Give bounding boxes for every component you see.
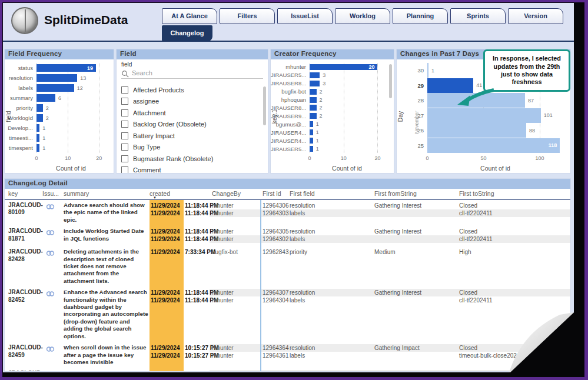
- table-row-group[interactable]: JRACLOUD-82428Deleting attachments in th…: [5, 246, 570, 287]
- table-row-group[interactable]: JRACLOUD-82459When scroll down in the is…: [5, 342, 570, 368]
- data-bar[interactable]: [310, 64, 377, 70]
- column-header-first-field[interactable]: First field: [290, 190, 315, 197]
- checkbox-icon[interactable]: [121, 132, 128, 139]
- creator-frequency-panel: Creator Frequency mhunter20JIRAUSER5...3…: [270, 49, 394, 174]
- issue-link-icon[interactable]: [46, 344, 55, 355]
- column-header-changeby[interactable]: ChangeBy: [212, 190, 241, 197]
- table-row-group[interactable]: JRACLOUD-82485Quick search results retur…: [5, 368, 570, 371]
- search-input[interactable]: Search: [121, 68, 263, 79]
- field-list-item[interactable]: Bug Type: [117, 142, 262, 154]
- value-label: 1: [42, 145, 45, 151]
- data-bar[interactable]: [310, 89, 317, 95]
- issue-link-icon[interactable]: [46, 228, 55, 238]
- checkbox-icon[interactable]: [121, 144, 128, 151]
- table-row-group[interactable]: JRACLOUD-82452Enhance the Advanced searc…: [5, 287, 570, 342]
- bar-row: priority2: [5, 103, 105, 113]
- field-list-item[interactable]: Backlog Order (Obsolete): [117, 119, 262, 131]
- data-bar[interactable]: [36, 124, 39, 132]
- change-row: 11/29/202410:15:27 PMmhunter12964364reso…: [150, 344, 570, 352]
- value-label: 1: [316, 121, 319, 127]
- issue-link-icon[interactable]: [46, 289, 55, 299]
- tab-version[interactable]: Version: [508, 8, 563, 24]
- checkbox-icon[interactable]: [121, 166, 128, 173]
- created-date-cell: 11/29/2024: [151, 296, 180, 304]
- sort-descending-icon[interactable]: ▼: [153, 196, 157, 199]
- value-label: 118: [549, 142, 557, 148]
- tab-filters[interactable]: Filters: [220, 8, 275, 24]
- data-bar[interactable]: [36, 74, 77, 82]
- y-axis-group-label: November: [414, 111, 420, 134]
- column-header-summary[interactable]: summary: [64, 190, 89, 197]
- issue-link-icon[interactable]: [46, 202, 55, 212]
- data-bar[interactable]: [36, 94, 55, 102]
- checkbox-icon[interactable]: [121, 98, 128, 105]
- tab-changelog[interactable]: Changelog: [162, 25, 212, 41]
- value-label: 2: [320, 113, 323, 119]
- field-list-item[interactable]: Comment: [117, 165, 262, 174]
- data-bar[interactable]: [310, 146, 313, 152]
- checkbox-icon[interactable]: [121, 155, 128, 162]
- data-bar[interactable]: [310, 72, 320, 78]
- value-label: 13: [80, 75, 86, 81]
- checkbox-icon[interactable]: [121, 109, 128, 116]
- data-bar[interactable]: [310, 105, 317, 111]
- field-list-item[interactable]: Bugmaster Rank (Obsolete): [117, 153, 262, 165]
- category-label: 29: [397, 82, 427, 89]
- data-bar[interactable]: [36, 84, 74, 92]
- x-tick-label: 100: [535, 155, 544, 161]
- tab-planning[interactable]: Planning: [393, 8, 448, 24]
- x-axis-ticks: 01020: [36, 155, 105, 162]
- checkbox-icon[interactable]: [121, 121, 128, 128]
- first-id-cell: 12964305: [263, 228, 289, 235]
- data-bar[interactable]: [310, 129, 313, 135]
- first-fromstring-cell: Gathering Impact: [374, 344, 420, 352]
- data-bar[interactable]: [310, 138, 313, 144]
- column-header-first-id[interactable]: First id: [263, 190, 281, 197]
- chart-scrollbar[interactable]: [389, 64, 392, 98]
- checkbox-icon[interactable]: [121, 86, 128, 94]
- data-bar[interactable]: [310, 113, 317, 119]
- issue-link-icon[interactable]: [46, 370, 55, 371]
- column-header-key[interactable]: key: [8, 190, 18, 197]
- slicer-scrollbar[interactable]: [263, 86, 266, 125]
- x-tick-label: 0: [35, 155, 38, 161]
- row-stripe: [261, 209, 570, 217]
- data-bar[interactable]: [36, 134, 39, 142]
- issue-summary-cell: Advance search should show the epic name…: [64, 202, 150, 224]
- first-id-cell: 12964306: [263, 202, 289, 209]
- bar-track: 2: [310, 105, 384, 111]
- category-label: timeesti...: [5, 135, 36, 141]
- data-bar[interactable]: [36, 104, 43, 112]
- field-list-item[interactable]: Battery Impact: [117, 130, 262, 142]
- issue-key-cell: JRACLOUD-80109: [8, 202, 44, 216]
- field-list-item[interactable]: Attachment: [117, 107, 262, 119]
- data-bar[interactable]: [427, 123, 526, 138]
- data-bar[interactable]: [427, 63, 428, 78]
- tab-worklog[interactable]: Worklog: [335, 8, 390, 24]
- data-bar[interactable]: [310, 97, 317, 103]
- column-header-issu-[interactable]: Issu...: [42, 190, 59, 197]
- data-bar[interactable]: [36, 144, 39, 152]
- app-title: SplitDimeData: [44, 13, 128, 27]
- tab-issuelist[interactable]: IssueList: [277, 8, 333, 24]
- value-label: 2: [46, 105, 49, 111]
- data-bar[interactable]: [310, 121, 313, 127]
- table-row-group[interactable]: JRACLOUD-80109Advance search should show…: [5, 200, 570, 226]
- field-list-item[interactable]: Affected Products: [117, 84, 262, 96]
- field-item-label: Backlog Order (Obsolete): [133, 121, 207, 128]
- x-tick-label: 20: [374, 155, 380, 161]
- bar-track: 2: [310, 113, 384, 119]
- created-date-cell: 11/29/2024: [151, 228, 180, 235]
- column-header-first-fromstring[interactable]: First fromString: [374, 190, 417, 197]
- field-list-item[interactable]: assignee: [117, 96, 262, 108]
- data-bar[interactable]: [427, 138, 560, 153]
- data-bar[interactable]: [310, 81, 320, 86]
- creator-frequency-chart: mhunter20JIRAUSER5...3JIRAUSER8...3bugfi…: [271, 59, 394, 173]
- data-bar[interactable]: [36, 114, 43, 122]
- field-item-label: Affected Products: [133, 86, 184, 94]
- issue-link-icon[interactable]: [46, 248, 55, 259]
- table-row-group[interactable]: JRACLOUD-81871Include Worklog Started Da…: [5, 226, 570, 246]
- tab-sprints[interactable]: Sprints: [450, 8, 506, 24]
- column-header-first-tostring[interactable]: First toString: [459, 190, 494, 197]
- tab-at-a-glance[interactable]: At A Glance: [162, 8, 217, 24]
